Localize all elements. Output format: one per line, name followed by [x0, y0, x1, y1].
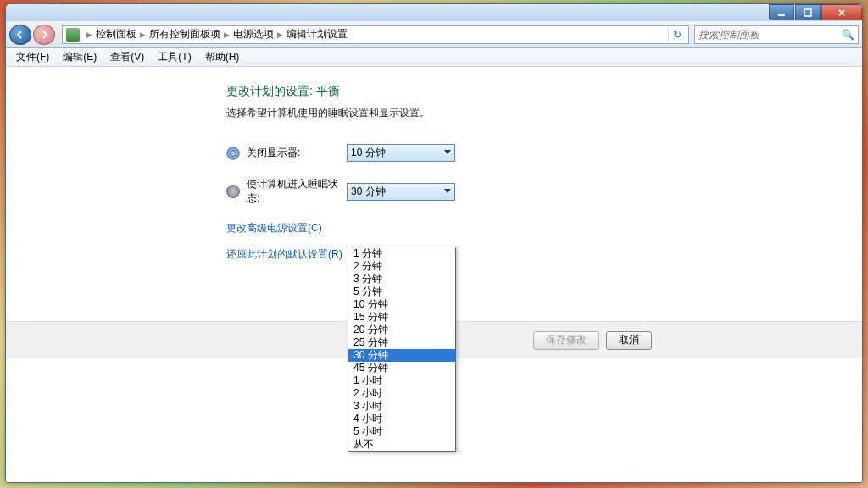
svg-rect-1	[804, 9, 811, 16]
chevron-right-icon: ▶	[224, 30, 230, 39]
nav-row: ▶ 控制面板 ▶ 所有控制面板项 ▶ 电源选项 ▶ 编辑计划设置 ↻ 🔍	[6, 21, 862, 48]
sleep-dropdown-list[interactable]: 1 分钟2 分钟3 分钟5 分钟10 分钟15 分钟20 分钟25 分钟30 分…	[348, 247, 456, 452]
svg-rect-0	[778, 14, 785, 16]
dropdown-option[interactable]: 30 分钟	[348, 349, 455, 362]
restore-defaults-link[interactable]: 还原此计划的默认设置(R)	[226, 247, 862, 262]
dropdown-option[interactable]: 25 分钟	[348, 336, 455, 349]
minimize-button[interactable]	[769, 4, 794, 20]
content-area: 更改计划的设置: 平衡 选择希望计算机使用的睡眠设置和显示设置。 关闭显示器: …	[6, 67, 862, 482]
sleep-combo[interactable]: 30 分钟	[347, 183, 455, 201]
moon-icon	[226, 185, 240, 198]
chevron-down-icon	[444, 150, 451, 154]
display-off-combo[interactable]: 10 分钟	[347, 144, 455, 162]
dropdown-option[interactable]: 3 小时	[348, 400, 455, 413]
dropdown-option[interactable]: 4 小时	[348, 413, 455, 425]
display-off-label: 关闭显示器:	[247, 146, 347, 160]
titlebar	[6, 4, 862, 21]
chevron-down-icon	[444, 189, 451, 193]
dropdown-option[interactable]: 3 分钟	[348, 273, 455, 286]
breadcrumb[interactable]: 编辑计划设置	[287, 27, 348, 42]
display-off-value: 10 分钟	[351, 146, 386, 160]
dropdown-option[interactable]: 15 分钟	[348, 311, 455, 324]
menu-tools[interactable]: 工具(T)	[151, 48, 198, 66]
menu-help[interactable]: 帮助(H)	[198, 48, 247, 66]
sleep-label: 使计算机进入睡眠状态:	[247, 177, 347, 206]
back-button[interactable]	[9, 25, 31, 45]
page-subtitle: 选择希望计算机使用的睡眠设置和显示设置。	[226, 106, 862, 120]
breadcrumb[interactable]: 电源选项	[233, 27, 274, 42]
dropdown-option[interactable]: 2 分钟	[348, 260, 455, 273]
breadcrumb[interactable]: 控制面板	[96, 27, 136, 42]
sleep-row: 使计算机进入睡眠状态: 30 分钟	[226, 177, 862, 206]
address-bar[interactable]: ▶ 控制面板 ▶ 所有控制面板项 ▶ 电源选项 ▶ 编辑计划设置 ↻	[62, 25, 689, 44]
dropdown-option[interactable]: 5 小时	[348, 425, 455, 438]
close-button[interactable]	[821, 4, 862, 20]
control-panel-window: ▶ 控制面板 ▶ 所有控制面板项 ▶ 电源选项 ▶ 编辑计划设置 ↻ 🔍 文件(…	[5, 3, 863, 483]
control-panel-icon	[66, 28, 80, 42]
dropdown-option[interactable]: 5 分钟	[348, 286, 455, 298]
display-off-row: 关闭显示器: 10 分钟	[226, 144, 862, 162]
refresh-icon[interactable]: ↻	[668, 27, 685, 42]
dropdown-option[interactable]: 1 小时	[348, 374, 455, 387]
search-box[interactable]: 🔍	[694, 25, 859, 44]
menu-view[interactable]: 查看(V)	[103, 48, 151, 66]
cancel-button[interactable]: 取消	[606, 331, 652, 350]
menu-edit[interactable]: 编辑(E)	[56, 48, 103, 66]
menu-bar: 文件(F) 编辑(E) 查看(V) 工具(T) 帮助(H)	[6, 48, 862, 67]
page-title: 更改计划的设置: 平衡	[226, 84, 862, 99]
chevron-right-icon: ▶	[86, 30, 92, 39]
search-input[interactable]	[698, 29, 842, 41]
search-icon[interactable]: 🔍	[842, 29, 854, 41]
breadcrumb[interactable]: 所有控制面板项	[149, 27, 220, 42]
window-buttons	[768, 4, 862, 20]
chevron-right-icon: ▶	[140, 30, 146, 39]
sleep-value: 30 分钟	[351, 185, 386, 199]
monitor-icon	[226, 147, 240, 160]
dropdown-option[interactable]: 20 分钟	[348, 324, 455, 336]
dropdown-option[interactable]: 1 分钟	[348, 247, 455, 260]
chevron-right-icon: ▶	[277, 30, 283, 39]
save-button[interactable]: 保存修改	[533, 331, 599, 350]
menu-file[interactable]: 文件(F)	[9, 48, 56, 66]
advanced-power-link[interactable]: 更改高级电源设置(C)	[226, 221, 862, 236]
dropdown-option[interactable]: 2 小时	[348, 387, 455, 400]
dropdown-option[interactable]: 45 分钟	[348, 362, 455, 374]
dropdown-option[interactable]: 从不	[348, 438, 455, 451]
forward-button[interactable]	[33, 25, 55, 45]
maximize-button[interactable]	[795, 4, 821, 20]
dropdown-option[interactable]: 10 分钟	[348, 298, 455, 311]
